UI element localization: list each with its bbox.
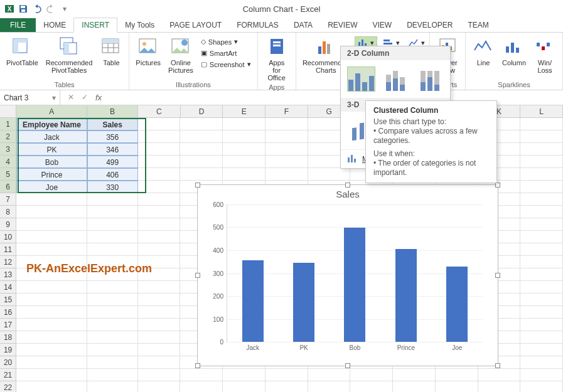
resize-handle[interactable] — [195, 363, 200, 368]
sparkline-winloss-button[interactable]: Win/ Loss — [531, 34, 559, 75]
cell[interactable] — [520, 206, 563, 218]
col-header-b[interactable]: B — [87, 105, 138, 118]
cell[interactable]: 330 — [87, 181, 138, 193]
cell[interactable] — [180, 369, 223, 381]
cell[interactable] — [308, 369, 351, 381]
col-header-f[interactable]: F — [265, 105, 308, 118]
resize-handle[interactable] — [345, 183, 350, 188]
fx-icon[interactable]: fx — [95, 93, 102, 102]
cell[interactable] — [16, 243, 87, 256]
row-header[interactable]: 6 — [0, 181, 16, 193]
cell[interactable] — [138, 381, 181, 392]
tab-data[interactable]: DATA — [286, 18, 320, 32]
cell[interactable] — [16, 281, 87, 294]
cell[interactable] — [520, 181, 563, 193]
cell[interactable] — [180, 130, 223, 143]
cell[interactable] — [180, 381, 223, 392]
cell[interactable] — [87, 356, 138, 369]
cell[interactable] — [138, 143, 181, 156]
cell[interactable] — [138, 156, 181, 168]
cell[interactable] — [520, 118, 563, 130]
cell[interactable] — [223, 156, 265, 168]
cell[interactable] — [223, 168, 265, 181]
cell[interactable] — [265, 381, 308, 392]
row-header[interactable]: 7 — [0, 193, 16, 206]
cell[interactable]: Joe — [16, 181, 87, 193]
save-icon[interactable] — [16, 2, 30, 16]
cell[interactable] — [393, 381, 436, 392]
cell[interactable] — [265, 156, 308, 168]
cell[interactable]: Prince — [16, 168, 87, 181]
cell[interactable] — [87, 218, 138, 231]
cell[interactable]: PK — [16, 143, 87, 156]
row-header[interactable]: 18 — [0, 331, 16, 344]
cell[interactable] — [87, 231, 138, 243]
cell[interactable] — [16, 356, 87, 369]
customize-qat-icon[interactable]: ▾ — [58, 2, 72, 16]
cell[interactable] — [138, 369, 181, 381]
cell[interactable] — [16, 369, 87, 381]
cell[interactable] — [87, 319, 138, 331]
cell[interactable] — [138, 218, 181, 231]
col-header-c[interactable]: C — [138, 105, 181, 118]
cell[interactable] — [436, 369, 478, 381]
cell[interactable] — [16, 218, 87, 231]
cell[interactable] — [87, 243, 138, 256]
chart-bar[interactable] — [344, 228, 365, 342]
tab-mytools[interactable]: My Tools — [117, 18, 162, 32]
cell[interactable] — [223, 381, 265, 392]
row-header[interactable]: 16 — [0, 306, 16, 319]
cell[interactable] — [87, 331, 138, 344]
cell[interactable] — [180, 143, 223, 156]
cell[interactable] — [16, 231, 87, 243]
cell[interactable] — [478, 381, 521, 392]
row-header[interactable]: 17 — [0, 319, 16, 331]
cell[interactable] — [520, 344, 563, 356]
sparkline-column-button[interactable]: Column — [500, 34, 528, 68]
row-header[interactable]: 21 — [0, 369, 16, 381]
cell[interactable] — [87, 206, 138, 218]
resize-handle[interactable] — [345, 363, 350, 368]
row-header[interactable]: 5 — [0, 168, 16, 181]
cell[interactable] — [520, 143, 563, 156]
cell[interactable] — [520, 294, 563, 306]
excel-icon[interactable]: X — [3, 2, 16, 16]
cell[interactable] — [520, 268, 563, 281]
row-header[interactable]: 14 — [0, 281, 16, 294]
cell[interactable] — [350, 381, 393, 392]
cell[interactable] — [265, 143, 308, 156]
cell[interactable] — [138, 231, 181, 243]
tab-view[interactable]: VIEW — [365, 18, 399, 32]
chevron-down-icon[interactable]: ▾ — [52, 93, 56, 102]
cell[interactable] — [520, 281, 563, 294]
cell[interactable] — [138, 118, 181, 130]
chart-plot-area[interactable]: 0100200300400500600JackPKBobPrinceJoe — [227, 204, 483, 342]
cell[interactable] — [223, 143, 265, 156]
row-header[interactable]: 1 — [0, 118, 16, 130]
cell[interactable]: 406 — [87, 168, 138, 181]
row-header[interactable]: 11 — [0, 243, 16, 256]
cell[interactable] — [138, 331, 181, 344]
cell[interactable] — [16, 344, 87, 356]
cell[interactable] — [520, 319, 563, 331]
cell[interactable] — [520, 256, 563, 268]
cell[interactable] — [87, 369, 138, 381]
cell[interactable] — [520, 130, 563, 143]
cell[interactable] — [138, 243, 181, 256]
cell[interactable] — [16, 193, 87, 206]
screenshot-button[interactable]: ▢Screenshot ▾ — [198, 59, 254, 70]
cell[interactable] — [436, 381, 478, 392]
cell[interactable] — [138, 193, 181, 206]
resize-handle[interactable] — [495, 363, 500, 368]
cell[interactable] — [87, 294, 138, 306]
cell[interactable] — [16, 331, 87, 344]
row-header[interactable]: 12 — [0, 256, 16, 268]
row-header[interactable]: 3 — [0, 143, 16, 156]
cell[interactable] — [87, 381, 138, 392]
cell[interactable] — [138, 168, 181, 181]
cancel-icon[interactable]: ✕ — [68, 93, 74, 102]
online-pictures-button[interactable]: Online Pictures — [166, 34, 196, 75]
row-header[interactable]: 9 — [0, 218, 16, 231]
100-stacked-column-thumb[interactable] — [416, 66, 444, 92]
cell[interactable] — [223, 130, 265, 143]
